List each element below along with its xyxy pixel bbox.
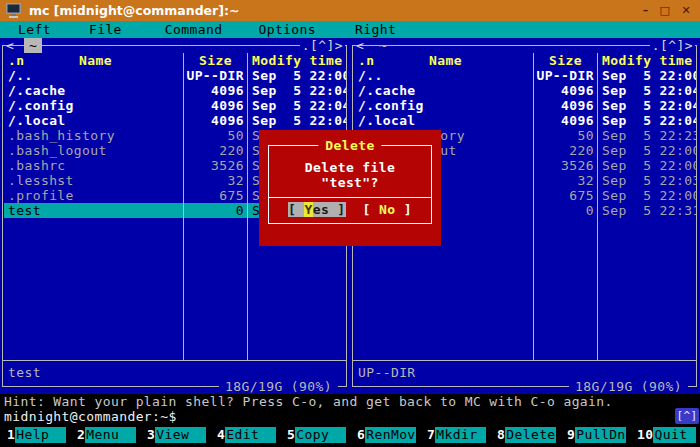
yes-button[interactable]: [ Yes ] — [288, 202, 346, 217]
sort-indicator[interactable]: .n — [358, 53, 374, 68]
delete-dialog-title: Delete — [318, 138, 381, 153]
column-header-name[interactable]: Name — [354, 53, 533, 68]
right-panel-header: .n Name Size Modify time — [354, 53, 696, 68]
menu-command[interactable]: Command — [165, 22, 223, 37]
hint-line: Hint: Want your plain shell? Press C-o, … — [4, 394, 700, 409]
fkey-view[interactable]: 3View — [140, 427, 210, 443]
menu-file[interactable]: File — [89, 22, 122, 37]
minimize-button[interactable]: – — [643, 3, 649, 18]
maximize-button[interactable]: □ — [660, 3, 671, 18]
shell-prompt[interactable]: midnight@commander:~$ — [4, 409, 604, 424]
right-panel-mini-status: UP--DIR — [358, 365, 416, 380]
sort-indicator[interactable]: .n — [8, 53, 24, 68]
terminal-icon — [5, 3, 22, 18]
titlebar[interactable]: mc [midnight@commander]:~ – □ ✕ — [0, 0, 700, 21]
column-header-name[interactable]: Name — [4, 53, 183, 68]
panel-left-arrow-icon[interactable]: < — [356, 38, 364, 53]
delete-dialog-message-line2: "test"? — [259, 175, 441, 190]
column-header-mtime[interactable]: Modify time — [597, 53, 696, 68]
fkey-edit[interactable]: 4Edit — [210, 427, 280, 443]
left-panel-path: ~ — [24, 38, 42, 53]
fkey-delete[interactable]: 8Delete — [490, 427, 560, 443]
fkey-quit[interactable]: 10Quit — [630, 427, 700, 443]
menu-left[interactable]: Left — [18, 22, 51, 37]
left-panel-mini-status: test — [8, 365, 41, 380]
left-panel-header: .n Name Size Modify time — [4, 53, 346, 68]
file-row[interactable]: /.local4096Sep 5 22:04 — [4, 113, 346, 128]
scroll-up-indicator[interactable]: [^] — [675, 408, 699, 424]
delete-dialog: Delete Delete file "test"? [ Yes ] [ No … — [259, 130, 441, 246]
fkey-menu[interactable]: 2Menu — [70, 427, 140, 443]
delete-dialog-message-line1: Delete file — [259, 160, 441, 175]
column-header-size[interactable]: Size — [533, 53, 597, 68]
fkey-copy[interactable]: 5Copy — [280, 427, 350, 443]
file-row[interactable]: /.config4096Sep 5 22:04 — [354, 98, 696, 113]
file-row[interactable]: /..UP--DIRSep 5 22:00 — [354, 68, 696, 83]
file-row[interactable]: /.cache4096Sep 5 22:04 — [4, 83, 346, 98]
file-row[interactable]: /.local4096Sep 5 22:04 — [354, 113, 696, 128]
function-keybar: 1Help 2Menu 3View 4Edit 5Copy 6RenMov 7M… — [0, 425, 700, 447]
fkey-pulldn[interactable]: 9PullDn — [560, 427, 630, 443]
menu-options[interactable]: Options — [258, 22, 316, 37]
right-panel-path: ~ — [374, 38, 392, 53]
right-panel-disk-usage: 18G/19G (90%) — [569, 379, 688, 394]
yes-hotkey: Y — [304, 202, 312, 217]
left-panel-scroll-marker[interactable]: .[^]> — [300, 38, 345, 53]
left-panel-ministatus-separator — [3, 360, 346, 361]
no-label: No — [379, 202, 395, 217]
file-row[interactable]: /.config4096Sep 5 22:04 — [4, 98, 346, 113]
file-row[interactable]: /..UP--DIRSep 5 22:00 — [4, 68, 346, 83]
delete-dialog-divider — [268, 197, 432, 198]
menu-right[interactable]: Right — [355, 22, 396, 37]
fkey-renmov[interactable]: 6RenMov — [350, 427, 420, 443]
close-button[interactable]: ✕ — [681, 3, 691, 18]
column-header-size[interactable]: Size — [183, 53, 247, 68]
window-title: mc [midnight@commander]:~ — [29, 3, 239, 18]
file-row[interactable]: /.cache4096Sep 5 22:04 — [354, 83, 696, 98]
no-button[interactable]: [ No ] — [363, 202, 412, 217]
fkey-help[interactable]: 1Help — [0, 427, 70, 443]
menubar: Left File Command Options Right — [0, 21, 700, 38]
left-panel-disk-usage: 18G/19G (90%) — [219, 379, 338, 394]
right-panel-ministatus-separator — [353, 360, 696, 361]
panel-left-arrow-icon[interactable]: < — [6, 38, 14, 53]
column-header-mtime[interactable]: Modify time — [247, 53, 346, 68]
fkey-mkdir[interactable]: 7Mkdir — [420, 427, 490, 443]
right-panel-scroll-marker[interactable]: .[^]> — [650, 38, 695, 53]
